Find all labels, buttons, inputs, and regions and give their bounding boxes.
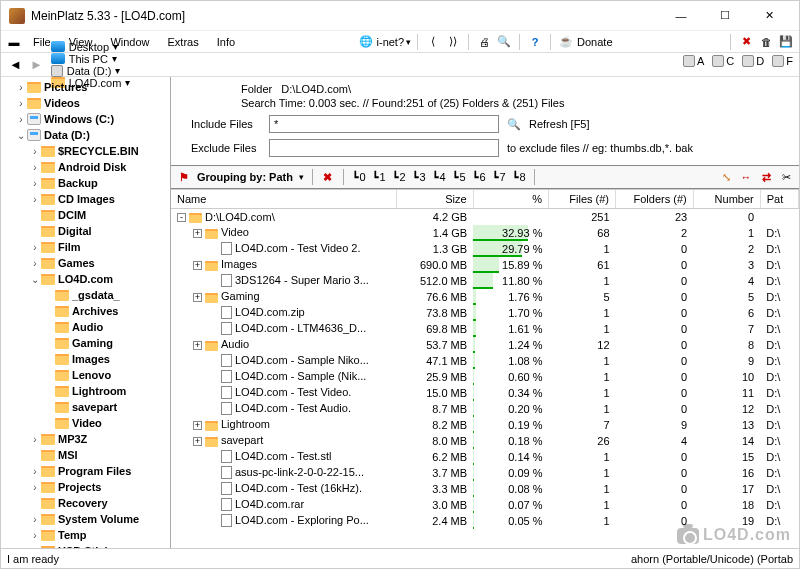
row-expand-icon[interactable]: + bbox=[193, 261, 202, 270]
table-row[interactable]: LO4D.com - Sample (Nik...25.9 MB0.60 %10… bbox=[171, 369, 799, 385]
tree-node[interactable]: Lenovo bbox=[1, 367, 170, 383]
tree-node[interactable]: ›Android Disk bbox=[1, 159, 170, 175]
refresh-label[interactable]: Refresh [F5] bbox=[529, 118, 590, 130]
column-header[interactable]: Pat bbox=[760, 190, 798, 209]
expand-icon[interactable]: › bbox=[15, 98, 27, 109]
level-3-icon[interactable]: ┗3 bbox=[412, 170, 426, 184]
breadcrumb-this-pc[interactable]: This PC▾ bbox=[49, 53, 133, 65]
column-header[interactable]: Folders (#) bbox=[616, 190, 694, 209]
level-5-icon[interactable]: ┗5 bbox=[452, 170, 466, 184]
expand-icon[interactable]: › bbox=[29, 242, 41, 253]
tree-node[interactable]: ›Projects bbox=[1, 479, 170, 495]
maximize-button[interactable]: ☐ bbox=[703, 2, 747, 30]
tree-node[interactable]: ›Videos bbox=[1, 95, 170, 111]
table-row[interactable]: LO4D.com - Test.stl6.2 MB0.14 %1015D:\ bbox=[171, 449, 799, 465]
table-row[interactable]: asus-pc-link-2-0-0-22-15...3.7 MB0.09 %1… bbox=[171, 465, 799, 481]
tree-node[interactable]: Images bbox=[1, 351, 170, 367]
tree-node[interactable]: ›CD Images bbox=[1, 191, 170, 207]
table-row[interactable]: 3DS1264 - Super Mario 3...512.0 MB11.80 … bbox=[171, 273, 799, 289]
tree-node[interactable]: _gsdata_ bbox=[1, 287, 170, 303]
column-header[interactable]: Name bbox=[171, 190, 397, 209]
expand-icon[interactable]: › bbox=[15, 114, 27, 125]
tree-node[interactable]: ›$RECYCLE.BIN bbox=[1, 143, 170, 159]
level-7-icon[interactable]: ┗7 bbox=[492, 170, 506, 184]
back-icon[interactable]: ⟨ bbox=[424, 35, 442, 48]
file-table-wrap[interactable]: NameSize%Files (#)Folders (#)NumberPat -… bbox=[171, 189, 799, 548]
expand-icon[interactable]: › bbox=[29, 530, 41, 541]
row-expand-icon[interactable]: + bbox=[193, 293, 202, 302]
nav-back-icon[interactable]: ◄ bbox=[7, 57, 24, 72]
app-menu-icon[interactable]: ▬ bbox=[5, 36, 23, 48]
table-row[interactable]: +Gaming76.6 MB1.76 %505D:\ bbox=[171, 289, 799, 305]
inet-label[interactable]: i-net? bbox=[377, 36, 405, 48]
nav-forward-icon[interactable]: ► bbox=[28, 57, 45, 72]
drive-C[interactable]: C bbox=[712, 55, 734, 67]
table-row[interactable]: LO4D.com - Test Video.15.0 MB0.34 %1011D… bbox=[171, 385, 799, 401]
tree-node[interactable]: Gaming bbox=[1, 335, 170, 351]
table-row[interactable]: LO4D.com - Exploring Po...2.4 MB0.05 %10… bbox=[171, 513, 799, 529]
expand-icon[interactable]: › bbox=[29, 514, 41, 525]
row-expand-icon[interactable]: + bbox=[193, 341, 202, 350]
tree-node[interactable]: ⌄LO4D.com bbox=[1, 271, 170, 287]
table-row[interactable]: -D:\LO4D.com\4.2 GB251230 bbox=[171, 209, 799, 225]
level-0-icon[interactable]: ┗0 bbox=[352, 170, 366, 184]
level-2-icon[interactable]: ┗2 bbox=[392, 170, 406, 184]
tree-node[interactable]: ›Pictures bbox=[1, 79, 170, 95]
help-icon[interactable]: ? bbox=[526, 36, 544, 48]
level-8-icon[interactable]: ┗8 bbox=[512, 170, 526, 184]
tree-node[interactable]: ›Windows (C:) bbox=[1, 111, 170, 127]
row-expand-icon[interactable]: + bbox=[193, 421, 202, 430]
tree-node[interactable]: ›Backup bbox=[1, 175, 170, 191]
table-row[interactable]: +Lightroom8.2 MB0.19 %7913D:\ bbox=[171, 417, 799, 433]
tree-node[interactable]: Audio bbox=[1, 319, 170, 335]
column-header[interactable]: % bbox=[473, 190, 548, 209]
breadcrumb-desktop[interactable]: Desktop▾ bbox=[49, 41, 133, 53]
drive-D[interactable]: D bbox=[742, 55, 764, 67]
table-row[interactable]: +Video1.4 GB32.93 %6821D:\ bbox=[171, 225, 799, 241]
cut-icon[interactable]: ✂ bbox=[779, 170, 793, 184]
table-row[interactable]: LO4D.com - Test Audio.8.7 MB0.20 %1012D:… bbox=[171, 401, 799, 417]
drive-A[interactable]: A bbox=[683, 55, 704, 67]
expand-icon[interactable]: › bbox=[29, 258, 41, 269]
menu-extras[interactable]: Extras bbox=[160, 34, 207, 50]
tree-node[interactable]: savepart bbox=[1, 399, 170, 415]
table-row[interactable]: +Audio53.7 MB1.24 %1208D:\ bbox=[171, 337, 799, 353]
level-4-icon[interactable]: ┗4 bbox=[432, 170, 446, 184]
forward-icon[interactable]: ⟩⟩ bbox=[444, 35, 462, 48]
table-row[interactable]: LO4D.com - Test Video 2.1.3 GB29.79 %102… bbox=[171, 241, 799, 257]
group-flag-icon[interactable]: ⚑ bbox=[177, 170, 191, 184]
expand-icon[interactable]: › bbox=[29, 146, 41, 157]
column-header[interactable]: Number bbox=[693, 190, 760, 209]
tree-node[interactable]: ›MP3Z bbox=[1, 431, 170, 447]
preview-icon[interactable]: 🔍 bbox=[495, 35, 513, 48]
save-icon[interactable]: 💾 bbox=[777, 35, 795, 48]
trash-icon[interactable]: 🗑 bbox=[757, 36, 775, 48]
row-expand-icon[interactable]: + bbox=[193, 437, 202, 446]
close-button[interactable]: ✕ bbox=[747, 2, 791, 30]
collapse-w-icon[interactable]: ⇄ bbox=[759, 170, 773, 184]
tree-node[interactable]: Archives bbox=[1, 303, 170, 319]
breadcrumb-data-d-[interactable]: Data (D:)▾ bbox=[49, 65, 133, 77]
table-row[interactable]: LO4D.com - LTM4636_D...69.8 MB1.61 %107D… bbox=[171, 321, 799, 337]
table-row[interactable]: LO4D.com - Sample Niko...47.1 MB1.08 %10… bbox=[171, 353, 799, 369]
tree-node[interactable]: DCIM bbox=[1, 207, 170, 223]
minimize-button[interactable]: — bbox=[659, 2, 703, 30]
tree-node[interactable]: ›Program Files bbox=[1, 463, 170, 479]
tree-node[interactable]: ›Games bbox=[1, 255, 170, 271]
expand-icon[interactable]: › bbox=[29, 194, 41, 205]
tree-node[interactable]: ›System Volume bbox=[1, 511, 170, 527]
level-6-icon[interactable]: ┗6 bbox=[472, 170, 486, 184]
tree-node[interactable]: ⌄Data (D:) bbox=[1, 127, 170, 143]
tree-node[interactable]: ›Temp bbox=[1, 527, 170, 543]
expand-icon[interactable]: ⌄ bbox=[15, 130, 27, 141]
drive-F[interactable]: F bbox=[772, 55, 793, 67]
tree-node[interactable]: Recovery bbox=[1, 495, 170, 511]
level-1-icon[interactable]: ┗1 bbox=[372, 170, 386, 184]
expand-icon[interactable]: › bbox=[29, 434, 41, 445]
tree-node[interactable]: ›Film bbox=[1, 239, 170, 255]
include-input[interactable] bbox=[269, 115, 499, 133]
column-header[interactable]: Size bbox=[397, 190, 473, 209]
tree-node[interactable]: ›USB Stick bbox=[1, 543, 170, 548]
refresh-icon[interactable]: 🔍 bbox=[507, 118, 521, 131]
table-row[interactable]: +savepart8.0 MB0.18 %26414D:\ bbox=[171, 433, 799, 449]
